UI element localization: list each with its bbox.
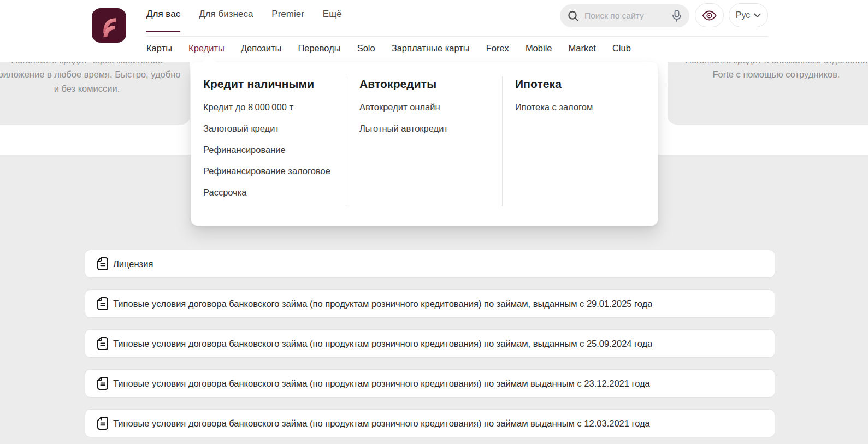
mega-heading-cash-credit: Кредит наличными [203, 78, 330, 91]
header-divider [146, 36, 768, 37]
mega-column-cash-credit: Кредит наличными Кредит до 8 000 000 т З… [203, 78, 330, 209]
accessibility-eye-button[interactable] [695, 3, 724, 27]
nav-credits[interactable]: Кредиты [188, 43, 225, 54]
document-title: Типовые условия договора банковского зай… [113, 418, 650, 429]
document-card-terms-2021-mar[interactable]: Типовые условия договора банковского зай… [85, 409, 775, 437]
menu-item-auto-credit-online[interactable]: Автокредит онлайн [359, 103, 448, 112]
tab-for-business[interactable]: Для бизнеса [199, 9, 253, 26]
document-card-terms-2021-dec[interactable]: Типовые условия договора банковского зай… [85, 369, 775, 398]
microphone-icon[interactable] [672, 10, 682, 22]
mega-heading-mortgage: Ипотека [515, 78, 593, 91]
document-icon [97, 257, 108, 270]
document-title: Лицензия [113, 259, 153, 269]
document-card-terms-2024[interactable]: Типовые условия договора банковского зай… [85, 329, 775, 358]
language-label: Рус [736, 10, 751, 20]
tab-premier[interactable]: Premier [271, 9, 304, 26]
chevron-down-icon [754, 13, 761, 18]
forte-f-icon [97, 14, 121, 38]
document-icon [97, 297, 108, 310]
hero-left-line3: и без комиссии. [0, 81, 190, 96]
nav-club[interactable]: Club [612, 43, 631, 54]
menu-item-refinancing[interactable]: Рефинансирование [203, 145, 330, 155]
mega-divider-2 [502, 76, 503, 206]
document-title: Типовые условия договора банковского зай… [113, 339, 652, 349]
hero-left-line2: приложение в любое время. Быстро, удобно [0, 67, 190, 81]
nav-mobile[interactable]: Mobile [525, 43, 552, 54]
eye-icon [702, 10, 717, 21]
document-title: Типовые условия договора банковского зай… [113, 299, 652, 309]
search-input[interactable] [584, 11, 666, 21]
nav-deposits[interactable]: Депозиты [241, 43, 281, 54]
credits-mega-menu: Кредит наличными Кредит до 8 000 000 т З… [191, 62, 658, 226]
primary-nav: Для вас Для бизнеса Premier Ещё [146, 9, 342, 26]
header: Для вас Для бизнеса Premier Ещё [0, 0, 868, 62]
mega-column-auto-credits: Автокредиты Автокредит онлайн Льготный а… [359, 78, 448, 145]
document-icon [97, 377, 108, 390]
menu-item-mortgage-collateral[interactable]: Ипотека с залогом [515, 103, 593, 112]
mega-column-mortgage: Ипотека Ипотека с залогом [515, 78, 593, 124]
menu-item-collateral-credit[interactable]: Залоговый кредит [203, 124, 330, 133]
nav-cards[interactable]: Карты [146, 43, 172, 54]
menu-item-refinancing-collateral[interactable]: Рефинансирование залоговое [203, 167, 330, 176]
tab-more[interactable]: Ещё [323, 9, 342, 26]
site-search[interactable] [560, 4, 689, 27]
document-title: Типовые условия договора банковского зай… [113, 378, 650, 389]
mega-divider-1 [346, 76, 346, 206]
nav-solo[interactable]: Solo [357, 43, 375, 54]
menu-item-credit-8m[interactable]: Кредит до 8 000 000 т [203, 103, 330, 112]
tab-for-you[interactable]: Для вас [146, 9, 180, 26]
mega-heading-auto-credits: Автокредиты [359, 78, 448, 91]
forte-logo[interactable] [92, 8, 126, 43]
nav-transfers[interactable]: Переводы [298, 43, 340, 54]
hero-right-line2: Forte с помощью сотрудников. [668, 67, 868, 81]
search-icon [568, 10, 579, 22]
document-card-terms-2025[interactable]: Типовые условия договора банковского зай… [85, 289, 775, 318]
menu-item-preferential-auto-credit[interactable]: Льготный автокредит [359, 124, 448, 133]
nav-salary-cards[interactable]: Зарплатные карты [392, 43, 470, 54]
document-icon [97, 337, 108, 350]
menu-item-installment[interactable]: Рассрочка [203, 188, 330, 197]
product-nav: Карты Кредиты Депозиты Переводы Solo Зар… [146, 43, 631, 54]
document-icon [97, 417, 108, 430]
nav-market[interactable]: Market [568, 43, 595, 54]
language-selector[interactable]: Рус [729, 3, 768, 27]
document-card-license[interactable]: Лицензия [85, 250, 775, 278]
nav-forex[interactable]: Forex [486, 43, 509, 54]
